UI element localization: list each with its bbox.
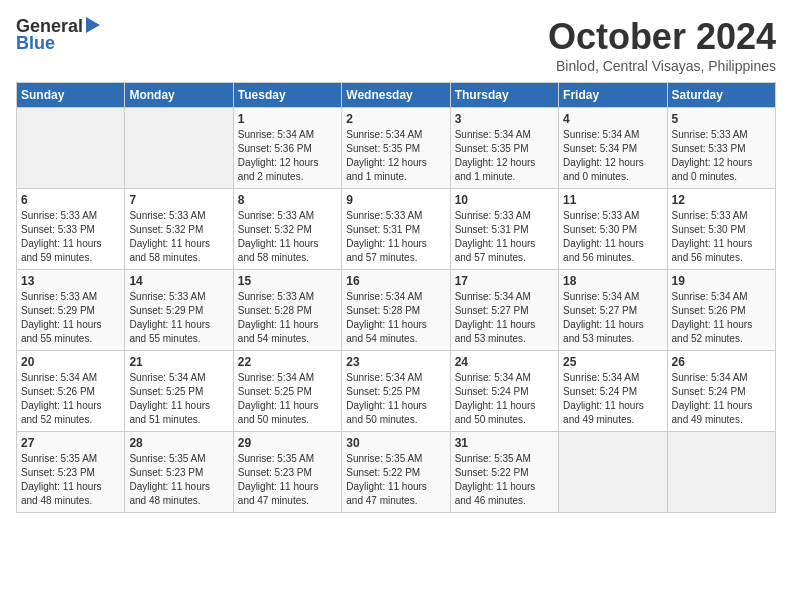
calendar-cell: 22Sunrise: 5:34 AM Sunset: 5:25 PM Dayli… bbox=[233, 351, 341, 432]
day-number: 6 bbox=[21, 193, 120, 207]
day-number: 5 bbox=[672, 112, 771, 126]
day-number: 21 bbox=[129, 355, 228, 369]
cell-content: Sunrise: 5:34 AM Sunset: 5:27 PM Dayligh… bbox=[455, 290, 554, 346]
cell-content: Sunrise: 5:34 AM Sunset: 5:25 PM Dayligh… bbox=[238, 371, 337, 427]
day-number: 27 bbox=[21, 436, 120, 450]
day-number: 15 bbox=[238, 274, 337, 288]
calendar-cell: 23Sunrise: 5:34 AM Sunset: 5:25 PM Dayli… bbox=[342, 351, 450, 432]
cell-content: Sunrise: 5:34 AM Sunset: 5:28 PM Dayligh… bbox=[346, 290, 445, 346]
calendar-cell: 13Sunrise: 5:33 AM Sunset: 5:29 PM Dayli… bbox=[17, 270, 125, 351]
cell-content: Sunrise: 5:33 AM Sunset: 5:33 PM Dayligh… bbox=[672, 128, 771, 184]
calendar-cell: 18Sunrise: 5:34 AM Sunset: 5:27 PM Dayli… bbox=[559, 270, 667, 351]
cell-content: Sunrise: 5:34 AM Sunset: 5:26 PM Dayligh… bbox=[21, 371, 120, 427]
cell-content: Sunrise: 5:33 AM Sunset: 5:32 PM Dayligh… bbox=[238, 209, 337, 265]
cell-content: Sunrise: 5:33 AM Sunset: 5:33 PM Dayligh… bbox=[21, 209, 120, 265]
calendar-cell: 24Sunrise: 5:34 AM Sunset: 5:24 PM Dayli… bbox=[450, 351, 558, 432]
cell-content: Sunrise: 5:34 AM Sunset: 5:25 PM Dayligh… bbox=[129, 371, 228, 427]
cell-content: Sunrise: 5:34 AM Sunset: 5:35 PM Dayligh… bbox=[455, 128, 554, 184]
day-number: 2 bbox=[346, 112, 445, 126]
day-header: Tuesday bbox=[233, 83, 341, 108]
cell-content: Sunrise: 5:35 AM Sunset: 5:22 PM Dayligh… bbox=[346, 452, 445, 508]
calendar-cell: 12Sunrise: 5:33 AM Sunset: 5:30 PM Dayli… bbox=[667, 189, 775, 270]
calendar-cell bbox=[667, 432, 775, 513]
day-number: 11 bbox=[563, 193, 662, 207]
logo-arrow-icon bbox=[86, 17, 100, 37]
day-number: 20 bbox=[21, 355, 120, 369]
calendar-cell: 29Sunrise: 5:35 AM Sunset: 5:23 PM Dayli… bbox=[233, 432, 341, 513]
calendar-cell: 17Sunrise: 5:34 AM Sunset: 5:27 PM Dayli… bbox=[450, 270, 558, 351]
day-number: 28 bbox=[129, 436, 228, 450]
svg-marker-0 bbox=[86, 17, 100, 33]
calendar-cell: 8Sunrise: 5:33 AM Sunset: 5:32 PM Daylig… bbox=[233, 189, 341, 270]
calendar-cell: 27Sunrise: 5:35 AM Sunset: 5:23 PM Dayli… bbox=[17, 432, 125, 513]
day-number: 30 bbox=[346, 436, 445, 450]
day-number: 26 bbox=[672, 355, 771, 369]
cell-content: Sunrise: 5:35 AM Sunset: 5:23 PM Dayligh… bbox=[238, 452, 337, 508]
cell-content: Sunrise: 5:33 AM Sunset: 5:29 PM Dayligh… bbox=[21, 290, 120, 346]
calendar-cell: 31Sunrise: 5:35 AM Sunset: 5:22 PM Dayli… bbox=[450, 432, 558, 513]
cell-content: Sunrise: 5:33 AM Sunset: 5:30 PM Dayligh… bbox=[672, 209, 771, 265]
day-number: 13 bbox=[21, 274, 120, 288]
calendar-table: SundayMondayTuesdayWednesdayThursdayFrid… bbox=[16, 82, 776, 513]
month-title: October 2024 bbox=[548, 16, 776, 58]
location-title: Binlod, Central Visayas, Philippines bbox=[548, 58, 776, 74]
day-number: 19 bbox=[672, 274, 771, 288]
calendar-cell: 4Sunrise: 5:34 AM Sunset: 5:34 PM Daylig… bbox=[559, 108, 667, 189]
cell-content: Sunrise: 5:33 AM Sunset: 5:28 PM Dayligh… bbox=[238, 290, 337, 346]
calendar-cell: 21Sunrise: 5:34 AM Sunset: 5:25 PM Dayli… bbox=[125, 351, 233, 432]
cell-content: Sunrise: 5:34 AM Sunset: 5:24 PM Dayligh… bbox=[563, 371, 662, 427]
day-number: 10 bbox=[455, 193, 554, 207]
day-number: 4 bbox=[563, 112, 662, 126]
calendar-cell bbox=[17, 108, 125, 189]
day-number: 31 bbox=[455, 436, 554, 450]
calendar-cell: 6Sunrise: 5:33 AM Sunset: 5:33 PM Daylig… bbox=[17, 189, 125, 270]
calendar-cell: 11Sunrise: 5:33 AM Sunset: 5:30 PM Dayli… bbox=[559, 189, 667, 270]
calendar-cell: 3Sunrise: 5:34 AM Sunset: 5:35 PM Daylig… bbox=[450, 108, 558, 189]
calendar-cell: 16Sunrise: 5:34 AM Sunset: 5:28 PM Dayli… bbox=[342, 270, 450, 351]
day-number: 23 bbox=[346, 355, 445, 369]
day-header: Sunday bbox=[17, 83, 125, 108]
day-number: 9 bbox=[346, 193, 445, 207]
day-number: 25 bbox=[563, 355, 662, 369]
calendar-cell: 15Sunrise: 5:33 AM Sunset: 5:28 PM Dayli… bbox=[233, 270, 341, 351]
calendar-cell: 1Sunrise: 5:34 AM Sunset: 5:36 PM Daylig… bbox=[233, 108, 341, 189]
header: General Blue October 2024 Binlod, Centra… bbox=[16, 16, 776, 74]
calendar-cell: 10Sunrise: 5:33 AM Sunset: 5:31 PM Dayli… bbox=[450, 189, 558, 270]
calendar-cell: 7Sunrise: 5:33 AM Sunset: 5:32 PM Daylig… bbox=[125, 189, 233, 270]
cell-content: Sunrise: 5:34 AM Sunset: 5:34 PM Dayligh… bbox=[563, 128, 662, 184]
calendar-cell: 19Sunrise: 5:34 AM Sunset: 5:26 PM Dayli… bbox=[667, 270, 775, 351]
cell-content: Sunrise: 5:34 AM Sunset: 5:35 PM Dayligh… bbox=[346, 128, 445, 184]
day-number: 1 bbox=[238, 112, 337, 126]
cell-content: Sunrise: 5:35 AM Sunset: 5:23 PM Dayligh… bbox=[129, 452, 228, 508]
calendar-cell bbox=[125, 108, 233, 189]
logo-blue: Blue bbox=[16, 33, 55, 54]
calendar-cell: 2Sunrise: 5:34 AM Sunset: 5:35 PM Daylig… bbox=[342, 108, 450, 189]
cell-content: Sunrise: 5:34 AM Sunset: 5:27 PM Dayligh… bbox=[563, 290, 662, 346]
day-header: Thursday bbox=[450, 83, 558, 108]
cell-content: Sunrise: 5:34 AM Sunset: 5:26 PM Dayligh… bbox=[672, 290, 771, 346]
day-number: 8 bbox=[238, 193, 337, 207]
calendar-cell: 26Sunrise: 5:34 AM Sunset: 5:24 PM Dayli… bbox=[667, 351, 775, 432]
day-number: 14 bbox=[129, 274, 228, 288]
day-number: 12 bbox=[672, 193, 771, 207]
cell-content: Sunrise: 5:33 AM Sunset: 5:30 PM Dayligh… bbox=[563, 209, 662, 265]
calendar-cell: 9Sunrise: 5:33 AM Sunset: 5:31 PM Daylig… bbox=[342, 189, 450, 270]
cell-content: Sunrise: 5:33 AM Sunset: 5:31 PM Dayligh… bbox=[346, 209, 445, 265]
calendar-cell: 30Sunrise: 5:35 AM Sunset: 5:22 PM Dayli… bbox=[342, 432, 450, 513]
cell-content: Sunrise: 5:33 AM Sunset: 5:31 PM Dayligh… bbox=[455, 209, 554, 265]
calendar-cell: 20Sunrise: 5:34 AM Sunset: 5:26 PM Dayli… bbox=[17, 351, 125, 432]
cell-content: Sunrise: 5:34 AM Sunset: 5:36 PM Dayligh… bbox=[238, 128, 337, 184]
cell-content: Sunrise: 5:33 AM Sunset: 5:29 PM Dayligh… bbox=[129, 290, 228, 346]
day-header: Monday bbox=[125, 83, 233, 108]
calendar-cell: 25Sunrise: 5:34 AM Sunset: 5:24 PM Dayli… bbox=[559, 351, 667, 432]
calendar-cell: 5Sunrise: 5:33 AM Sunset: 5:33 PM Daylig… bbox=[667, 108, 775, 189]
cell-content: Sunrise: 5:34 AM Sunset: 5:25 PM Dayligh… bbox=[346, 371, 445, 427]
day-number: 29 bbox=[238, 436, 337, 450]
day-number: 22 bbox=[238, 355, 337, 369]
day-number: 17 bbox=[455, 274, 554, 288]
cell-content: Sunrise: 5:33 AM Sunset: 5:32 PM Dayligh… bbox=[129, 209, 228, 265]
cell-content: Sunrise: 5:35 AM Sunset: 5:23 PM Dayligh… bbox=[21, 452, 120, 508]
day-header: Friday bbox=[559, 83, 667, 108]
calendar-cell: 14Sunrise: 5:33 AM Sunset: 5:29 PM Dayli… bbox=[125, 270, 233, 351]
cell-content: Sunrise: 5:34 AM Sunset: 5:24 PM Dayligh… bbox=[455, 371, 554, 427]
